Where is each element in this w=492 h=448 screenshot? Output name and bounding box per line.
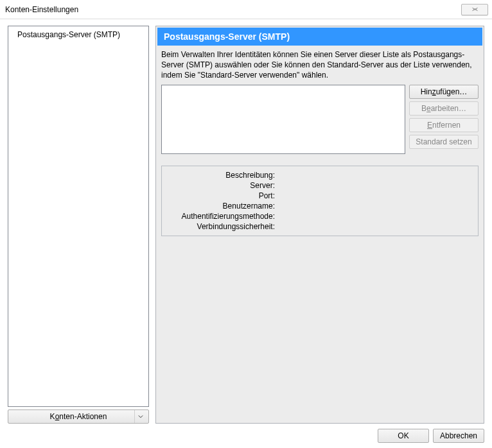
- value-benutzer: [277, 202, 473, 211]
- remove-button[interactable]: Entfernen: [409, 118, 479, 132]
- value-beschreibung: [277, 171, 473, 180]
- panel-header: Postausgangs-Server (SMTP): [157, 28, 482, 46]
- edit-button[interactable]: Bearbeiten…: [409, 101, 479, 116]
- window-title: Konten-Einstellungen: [5, 5, 78, 14]
- label-sec: Verbindungssicherheit:: [167, 222, 275, 231]
- titlebar: Konten-Einstellungen: [0, 0, 492, 19]
- label-beschreibung: Beschreibung:: [167, 171, 275, 180]
- chevron-down-icon: [134, 410, 146, 423]
- details-box: Beschreibung: Server: Port: Benutzername…: [161, 166, 479, 236]
- value-sec: [277, 222, 473, 231]
- label-benutzer: Benutzername:: [167, 202, 275, 211]
- tree-item-smtp[interactable]: Postausgangs-Server (SMTP): [8, 28, 148, 42]
- close-icon: [471, 5, 479, 14]
- value-port: [277, 191, 473, 200]
- label-server: Server:: [167, 181, 275, 190]
- close-button[interactable]: [461, 4, 488, 15]
- label-auth: Authentifizierungsmethode:: [167, 212, 275, 221]
- account-tree[interactable]: Postausgangs-Server (SMTP): [8, 26, 149, 407]
- account-actions-button[interactable]: Konten-Aktionen: [8, 409, 149, 424]
- server-list[interactable]: [161, 85, 405, 154]
- panel-description: Beim Verwalten Ihrer Identitäten können …: [161, 49, 479, 81]
- account-actions-label: Konten-Aktionen: [50, 412, 107, 421]
- add-button[interactable]: Hinzufügen…: [409, 85, 479, 99]
- client-area: Postausgangs-Server (SMTP) Konten-Aktion…: [0, 19, 492, 448]
- value-auth: [277, 212, 473, 221]
- label-port: Port:: [167, 191, 275, 200]
- ok-button[interactable]: OK: [378, 429, 429, 443]
- default-button[interactable]: Standard setzen: [409, 135, 479, 149]
- tree-item-label: Postausgangs-Server (SMTP): [17, 30, 120, 39]
- left-column: Postausgangs-Server (SMTP) Konten-Aktion…: [8, 26, 149, 424]
- right-panel: Postausgangs-Server (SMTP) Beim Verwalte…: [155, 26, 484, 424]
- cancel-button[interactable]: Abbrechen: [433, 429, 484, 443]
- value-server: [277, 181, 473, 190]
